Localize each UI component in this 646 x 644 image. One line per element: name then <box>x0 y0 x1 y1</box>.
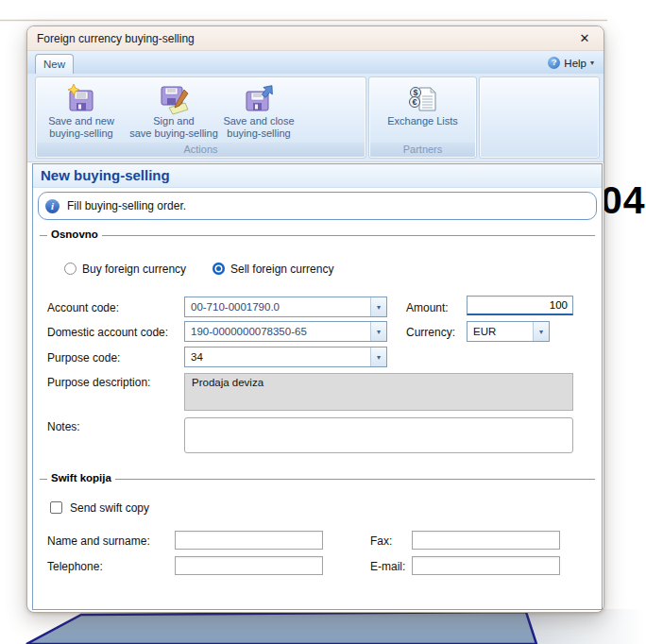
account-code-combobox[interactable]: 00-710-0001790.0 ▾ <box>184 297 387 317</box>
currency-label: Currency: <box>406 326 455 339</box>
help-button[interactable]: ? Help ▾ <box>548 55 594 71</box>
save-and-close-label: Save and close buying-selling <box>223 115 294 140</box>
notes-textarea[interactable] <box>184 417 573 453</box>
close-icon[interactable]: ✕ <box>575 31 594 45</box>
legend-line <box>115 479 595 480</box>
background-shape <box>26 612 536 644</box>
partners-group-caption: Partners <box>370 143 475 157</box>
telephone-input[interactable] <box>175 556 323 575</box>
ribbon-tabstrip: New ? Help ▾ <box>27 51 604 74</box>
actions-group-caption: Actions <box>37 143 365 157</box>
account-code-value: 00-710-0001790.0 <box>185 297 370 316</box>
save-new-icon <box>65 83 97 115</box>
legend-line <box>40 235 47 236</box>
domestic-account-code-combobox[interactable]: 190-0000000078350-65 ▾ <box>184 321 387 342</box>
email-input[interactable] <box>412 556 560 575</box>
account-code-label: Account code: <box>47 301 119 314</box>
dropdown-arrow-icon[interactable]: ▾ <box>370 322 386 341</box>
ribbon-group-empty <box>479 76 600 159</box>
exchange-lists-label: Exchange Lists <box>387 115 458 127</box>
telephone-label: Telephone: <box>47 560 103 573</box>
svg-text:€: € <box>412 97 416 107</box>
purpose-description-textarea[interactable]: Prodaja deviza <box>184 373 573 411</box>
dropdown-arrow-icon[interactable]: ▾ <box>370 347 386 366</box>
currency-combobox[interactable]: EUR ▾ <box>467 321 550 342</box>
radio-sell-label: Sell foreign currency <box>230 263 333 276</box>
purpose-code-label: Purpose code: <box>47 351 120 364</box>
background-floor <box>525 609 646 644</box>
screen: 040 Foreign currency buying-selling ✕ Ne… <box>0 0 646 644</box>
dropdown-arrow-icon[interactable]: ▾ <box>533 322 549 341</box>
radio-sell-foreign-currency[interactable] <box>212 263 225 275</box>
tab-new[interactable]: New <box>35 54 74 74</box>
swift-legend-label: Swift kopija <box>47 472 115 483</box>
name-and-surname-input[interactable] <box>175 531 323 550</box>
sign-and-save-label: Sign and save buying-selling <box>129 115 218 140</box>
purpose-description-label: Purpose description: <box>47 376 150 389</box>
domestic-account-code-value: 190-0000000078350-65 <box>185 322 370 341</box>
sign-and-save-button[interactable]: Sign and save buying-selling <box>125 80 223 146</box>
exchange-lists-button[interactable]: $ € Exchange Lists <box>375 80 470 146</box>
dialog-title: Foreign currency buying-selling <box>37 32 575 45</box>
radio-buy-foreign-currency[interactable] <box>64 263 76 275</box>
info-banner: i Fill buying-selling order. <box>38 192 597 220</box>
send-swift-copy-checkbox[interactable] <box>50 501 62 514</box>
radio-buy-label: Buy foreign currency <box>82 263 186 276</box>
name-and-surname-label: Name and surname: <box>47 534 150 548</box>
form-panel: New buying-selling i Fill buying-selling… <box>32 163 603 610</box>
swift-legend: Swift kopija <box>40 474 595 483</box>
info-text: Fill buying-selling order. <box>67 199 186 212</box>
svg-text:$: $ <box>413 88 417 97</box>
save-and-new-label: Save and new buying-selling <box>48 115 114 140</box>
legend-line <box>40 479 47 480</box>
dropdown-arrow-icon[interactable]: ▾ <box>370 297 386 316</box>
dialog-titlebar[interactable]: Foreign currency buying-selling ✕ <box>27 26 604 51</box>
sign-save-icon <box>158 83 190 115</box>
save-and-close-button[interactable]: Save and close buying-selling <box>213 80 304 146</box>
save-and-new-button[interactable]: Save and new buying-selling <box>40 80 123 146</box>
page-title: New buying-selling <box>33 164 602 188</box>
fax-input[interactable] <box>412 531 560 550</box>
ribbon-group-partners: $ € Exchange Lists Partners <box>368 76 477 159</box>
osnovno-legend-label: Osnovno <box>47 229 102 240</box>
osnovno-legend: Osnovno <box>40 230 595 240</box>
domestic-account-code-label: Domestic account code: <box>47 326 168 339</box>
amount-input[interactable] <box>467 296 573 315</box>
help-icon: ? <box>548 57 560 69</box>
notes-label: Notes: <box>47 420 80 433</box>
background-partial-number: 040 <box>601 178 646 223</box>
exchange-lists-icon: $ € <box>407 83 439 115</box>
fax-label: Fax: <box>370 534 392 548</box>
currency-value: EUR <box>468 322 533 341</box>
send-swift-copy-label: Send swift copy <box>70 501 149 515</box>
chevron-down-icon: ▾ <box>590 59 594 67</box>
ribbon-group-actions: Save and new buying-selling <box>35 76 366 159</box>
amount-label: Amount: <box>406 301 449 314</box>
help-label: Help <box>564 58 586 69</box>
foreign-currency-dialog: Foreign currency buying-selling ✕ New ? … <box>26 25 604 613</box>
email-label: E-mail: <box>370 560 405 573</box>
purpose-code-combobox[interactable]: 34 ▾ <box>184 347 387 367</box>
legend-line <box>102 235 595 236</box>
ribbon: Save and new buying-selling <box>27 74 604 162</box>
save-close-icon <box>243 83 275 115</box>
info-icon: i <box>45 199 60 213</box>
purpose-code-value: 34 <box>185 347 370 366</box>
